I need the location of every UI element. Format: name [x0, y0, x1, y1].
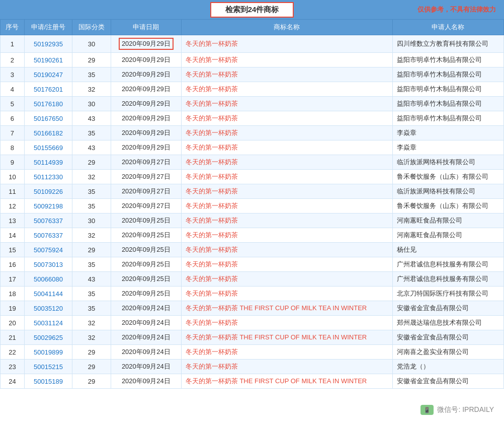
cell-intl-class: 35 — [72, 126, 111, 140]
cell-reg-no[interactable]: 50035120 — [24, 301, 72, 316]
cell-applicant: 安徽省金宜食品有限公司 — [392, 330, 503, 345]
cell-reg-no[interactable]: 50192935 — [24, 35, 72, 53]
cell-applicant: 四川维数立方教育科技有限公司 — [392, 35, 503, 53]
table-row: 1450076337322020年09月25日冬天的第一杯奶茶河南蕙旺食品有限公… — [1, 228, 504, 243]
cell-trademark[interactable]: 冬天的第一杯奶茶 — [181, 184, 392, 199]
cell-applicant: 郑州晟达瑞信息技术有限公司 — [392, 316, 503, 330]
cell-reg-no[interactable]: 50155669 — [24, 140, 72, 155]
cell-trademark[interactable]: 冬天的第一杯奶茶 THE FIRST CUP OF MILK TEA IN WI… — [181, 374, 392, 389]
cell-trademark[interactable]: 冬天的第一杯奶茶 THE FIRST CUP OF MILK TEA IN WI… — [181, 301, 392, 316]
cell-trademark[interactable]: 冬天的第一杯奶茶 — [181, 228, 392, 243]
cell-date: 2020年09月29日 — [111, 126, 181, 140]
cell-id: 11 — [1, 184, 25, 199]
table-row: 250190261292020年09月29日冬天的第一杯奶茶益阳市明卓竹木制品有… — [1, 53, 504, 67]
cell-id: 21 — [1, 330, 25, 345]
cell-intl-class: 29 — [72, 53, 111, 67]
cell-intl-class: 30 — [72, 35, 111, 53]
cell-applicant: 鲁禾餐饮服务（山东）有限公司 — [392, 170, 503, 184]
cell-reg-no[interactable]: 50190261 — [24, 53, 72, 67]
cell-id: 13 — [1, 214, 25, 228]
cell-trademark[interactable]: 冬天的第一杯奶茶 — [181, 35, 392, 53]
cell-reg-no[interactable]: 50076337 — [24, 214, 72, 228]
cell-id: 23 — [1, 360, 25, 374]
table-row: 1750066080432020年09月25日冬天的第一杯奶茶广州君诚信息科技服… — [1, 272, 504, 287]
cell-id: 17 — [1, 272, 25, 287]
cell-id: 5 — [1, 97, 25, 111]
cell-reg-no[interactable]: 50167650 — [24, 111, 72, 126]
cell-date: 2020年09月29日 — [111, 82, 181, 97]
cell-intl-class: 29 — [72, 360, 111, 374]
table-row: 1650073013352020年09月25日冬天的第一杯奶茶广州君诚信息科技服… — [1, 257, 504, 272]
cell-trademark[interactable]: 冬天的第一杯奶茶 — [181, 272, 392, 287]
cell-date: 2020年09月27日 — [111, 184, 181, 199]
cell-reg-no[interactable]: 50066080 — [24, 272, 72, 287]
cell-reg-no[interactable]: 50041144 — [24, 287, 72, 301]
table-row: 1250092198352020年09月27日冬天的第一杯奶茶鲁禾餐饮服务（山东… — [1, 199, 504, 214]
cell-date: 2020年09月25日 — [111, 214, 181, 228]
cell-applicant: 安徽省金宜食品有限公司 — [392, 301, 503, 316]
cell-intl-class: 35 — [72, 184, 111, 199]
cell-trademark[interactable]: 冬天的第一杯奶茶 — [181, 243, 392, 257]
cell-reg-no[interactable]: 50114939 — [24, 155, 72, 170]
cell-trademark[interactable]: 冬天的第一杯奶茶 — [181, 140, 392, 155]
cell-trademark[interactable]: 冬天的第一杯奶茶 — [181, 214, 392, 228]
cell-reg-no[interactable]: 50015189 — [24, 374, 72, 389]
cell-reg-no[interactable]: 50176201 — [24, 82, 72, 97]
cell-reg-no[interactable]: 50019899 — [24, 345, 72, 360]
cell-date: 2020年09月24日 — [111, 374, 181, 389]
cell-reg-no[interactable]: 50073013 — [24, 257, 72, 272]
cell-date: 2020年09月29日 — [111, 35, 181, 53]
cell-date: 2020年09月29日 — [111, 97, 181, 111]
cell-trademark[interactable]: 冬天的第一杯奶茶 — [181, 316, 392, 330]
cell-id: 14 — [1, 228, 25, 243]
cell-applicant: 广州君诚信息科技服务有限公司 — [392, 257, 503, 272]
cell-date: 2020年09月27日 — [111, 170, 181, 184]
table-row: 550176180302020年09月29日冬天的第一杯奶茶益阳市明卓竹木制品有… — [1, 97, 504, 111]
cell-reg-no[interactable]: 50112330 — [24, 170, 72, 184]
cell-trademark[interactable]: 冬天的第一杯奶茶 — [181, 199, 392, 214]
cell-trademark[interactable]: 冬天的第一杯奶茶 — [181, 155, 392, 170]
cell-trademark[interactable]: 冬天的第一杯奶茶 THE FIRST CUP OF MILK TEA IN WI… — [181, 330, 392, 345]
cell-date: 2020年09月24日 — [111, 360, 181, 374]
cell-date: 2020年09月27日 — [111, 155, 181, 170]
cell-reg-no[interactable]: 50031124 — [24, 316, 72, 330]
cell-trademark[interactable]: 冬天的第一杯奶茶 — [181, 67, 392, 82]
cell-trademark[interactable]: 冬天的第一杯奶茶 — [181, 111, 392, 126]
cell-reg-no[interactable]: 50109226 — [24, 184, 72, 199]
cell-trademark[interactable]: 冬天的第一杯奶茶 — [181, 257, 392, 272]
cell-trademark[interactable]: 冬天的第一杯奶茶 — [181, 345, 392, 360]
cell-trademark[interactable]: 冬天的第一杯奶茶 — [181, 126, 392, 140]
cell-reg-no[interactable]: 50176180 — [24, 97, 72, 111]
cell-date: 2020年09月24日 — [111, 316, 181, 330]
cell-id: 2 — [1, 53, 25, 67]
cell-id: 3 — [1, 67, 25, 82]
cell-reg-no[interactable]: 50190247 — [24, 67, 72, 82]
watermark-text: 微信号: IPRDAILY — [437, 405, 494, 413]
table-row: 850155669432020年09月29日冬天的第一杯奶茶李焱章 — [1, 140, 504, 155]
cell-trademark[interactable]: 冬天的第一杯奶茶 — [181, 53, 392, 67]
cell-applicant: 益阳市明卓竹木制品有限公司 — [392, 53, 503, 67]
cell-date: 2020年09月25日 — [111, 257, 181, 272]
cell-reg-no[interactable]: 50015215 — [24, 360, 72, 374]
cell-applicant: 益阳市明卓竹木制品有限公司 — [392, 82, 503, 97]
cell-trademark[interactable]: 冬天的第一杯奶茶 — [181, 360, 392, 374]
cell-reg-no[interactable]: 50166182 — [24, 126, 72, 140]
cell-date: 2020年09月29日 — [111, 140, 181, 155]
cell-intl-class: 29 — [72, 345, 111, 360]
cell-date: 2020年09月29日 — [111, 53, 181, 67]
cell-trademark[interactable]: 冬天的第一杯奶茶 — [181, 82, 392, 97]
cell-reg-no[interactable]: 50092198 — [24, 199, 72, 214]
cell-intl-class: 30 — [72, 97, 111, 111]
cell-intl-class: 30 — [72, 214, 111, 228]
cell-reg-no[interactable]: 50075924 — [24, 243, 72, 257]
cell-date: 2020年09月25日 — [111, 287, 181, 301]
cell-reg-no[interactable]: 50076337 — [24, 228, 72, 243]
cell-trademark[interactable]: 冬天的第一杯奶茶 — [181, 97, 392, 111]
cell-reg-no[interactable]: 50029625 — [24, 330, 72, 345]
cell-applicant: 河南蕙旺食品有限公司 — [392, 214, 503, 228]
cell-trademark[interactable]: 冬天的第一杯奶茶 — [181, 287, 392, 301]
cell-trademark[interactable]: 冬天的第一杯奶茶 — [181, 170, 392, 184]
cell-intl-class: 35 — [72, 287, 111, 301]
table-container: 序号 申请/注册号 国际分类 申请日期 商标名称 申请人名称 150192935… — [0, 19, 504, 389]
search-result-button[interactable]: 检索到24件商标 — [210, 2, 294, 18]
